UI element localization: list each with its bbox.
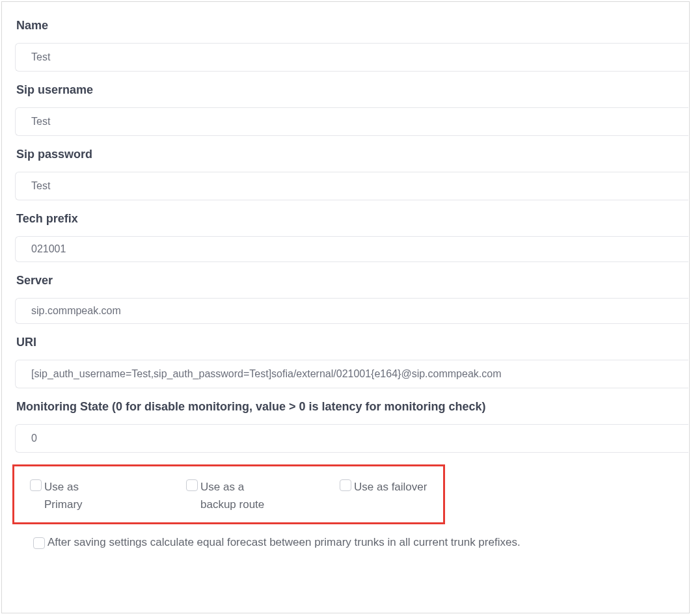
- label-sip-username: Sip username: [16, 83, 689, 97]
- input-uri[interactable]: [15, 360, 688, 388]
- checkbox-primary-wrap: Use as Primary: [30, 478, 186, 513]
- label-name: Name: [16, 19, 689, 33]
- checkbox-forecast-wrap: After saving settings calculate equal fo…: [15, 533, 689, 551]
- checkbox-failover[interactable]: [340, 479, 351, 491]
- checkbox-forecast-label: After saving settings calculate equal fo…: [47, 533, 521, 551]
- checkbox-failover-wrap: Use as failover: [340, 478, 427, 513]
- label-sip-password: Sip password: [16, 148, 689, 161]
- label-uri: URI: [16, 336, 689, 349]
- checkbox-backup[interactable]: [186, 479, 198, 491]
- field-server: Server: [15, 274, 689, 324]
- field-name: Name: [15, 19, 689, 72]
- input-monitoring-state[interactable]: [15, 424, 688, 453]
- input-sip-password[interactable]: [15, 172, 688, 200]
- checkbox-primary[interactable]: [30, 479, 42, 491]
- checkbox-failover-label: Use as failover: [354, 478, 427, 496]
- field-uri: URI: [15, 336, 689, 388]
- field-tech-prefix: Tech prefix: [15, 212, 689, 262]
- field-sip-username: Sip username: [15, 83, 689, 136]
- label-monitoring-state: Monitoring State (0 for disable monitori…: [16, 400, 689, 414]
- field-sip-password: Sip password: [15, 148, 689, 200]
- checkbox-primary-label: Use as Primary: [44, 478, 100, 513]
- trunk-role-checkbox-group: Use as Primary Use as a backup route Use…: [12, 464, 445, 524]
- input-server[interactable]: [15, 298, 688, 324]
- input-sip-username[interactable]: [15, 107, 688, 136]
- input-name[interactable]: [15, 43, 688, 72]
- checkbox-backup-label: Use as a backup route: [200, 478, 278, 513]
- label-server: Server: [16, 274, 689, 288]
- form-panel: Name Sip username Sip password Tech pref…: [1, 1, 690, 613]
- checkbox-forecast[interactable]: [33, 537, 45, 549]
- checkbox-backup-wrap: Use as a backup route: [186, 478, 340, 513]
- field-monitoring-state: Monitoring State (0 for disable monitori…: [15, 400, 689, 453]
- label-tech-prefix: Tech prefix: [16, 212, 689, 226]
- input-tech-prefix[interactable]: [15, 236, 688, 262]
